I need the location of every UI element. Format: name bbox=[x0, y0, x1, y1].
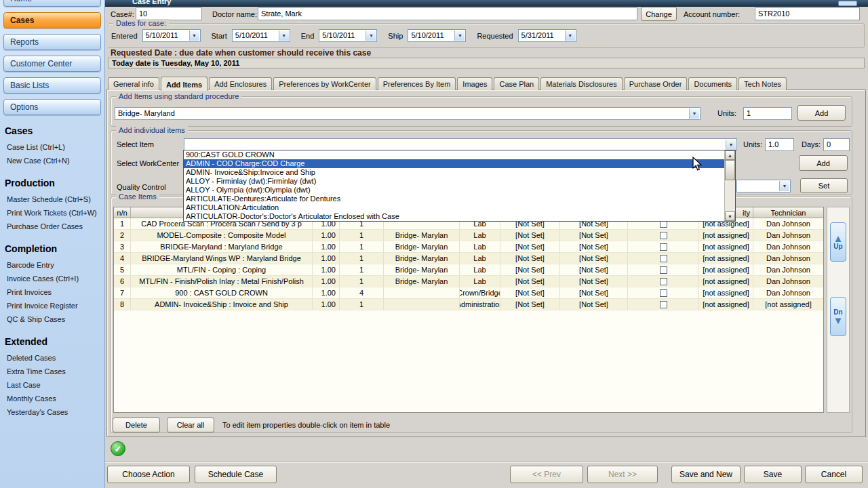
dropdown-option[interactable]: ALLOY - Olympia (dwt):Olympia (dwt) bbox=[184, 186, 724, 195]
row-checkbox[interactable] bbox=[660, 278, 667, 285]
chevron-down-icon[interactable]: ▼ bbox=[726, 140, 736, 150]
table-row[interactable]: 5 MTL/FIN - Coping : Coping 1.00 1 Bridg… bbox=[114, 264, 823, 276]
table-row[interactable]: 6 MTL/FIN - Finish/Polish Inlay : Metal … bbox=[114, 276, 823, 287]
tab[interactable]: Case Plan bbox=[494, 77, 539, 90]
sidebar-nav-button[interactable]: Home bbox=[3, 0, 101, 7]
table-row[interactable]: 2 MODEL-Composite : Composite Model 1.00… bbox=[114, 230, 823, 241]
doctor-name-input[interactable]: Strate, Mark bbox=[258, 7, 637, 20]
add-standard-button[interactable]: Add bbox=[797, 105, 846, 121]
sidebar-nav-button[interactable]: Options bbox=[3, 99, 101, 115]
save-button[interactable]: Save bbox=[744, 466, 802, 483]
dropdown-option[interactable]: ARTICULATION:Articulation bbox=[184, 203, 724, 212]
scrollbar-thumb[interactable] bbox=[725, 160, 735, 180]
sidebar-item[interactable]: Barcode Entry bbox=[0, 258, 104, 272]
move-up-button[interactable]: ▲ Up bbox=[830, 222, 846, 262]
units-input[interactable]: 1 bbox=[743, 107, 792, 120]
dropdown-option[interactable]: 900:CAST GOLD CROWN bbox=[184, 150, 724, 159]
sidebar-item[interactable]: Master Schedule (Ctrl+S) bbox=[0, 192, 104, 206]
sidebar-item[interactable]: Print Work Tickets (Ctrl+W) bbox=[0, 206, 104, 220]
chevron-down-icon[interactable]: ▼ bbox=[189, 30, 199, 41]
chevron-down-icon[interactable]: ▼ bbox=[454, 30, 465, 41]
sidebar-item[interactable]: Print Invoice Register bbox=[0, 299, 104, 312]
date-combo[interactable]: 5/31/2011 ▼ bbox=[518, 29, 576, 42]
table-row[interactable]: 3 BRIDGE-Maryland : Maryland Bridge 1.00… bbox=[114, 241, 823, 253]
row-checkbox[interactable] bbox=[660, 232, 667, 239]
sidebar-item[interactable]: Yesterday's Cases bbox=[0, 405, 104, 419]
dropdown-scrollbar[interactable]: ▲ ▼ bbox=[724, 150, 735, 221]
next-button[interactable]: Next >> bbox=[587, 466, 658, 483]
window-control[interactable] bbox=[838, 1, 857, 6]
table-row[interactable]: 8 ADMIN- Invoice&Ship : Invoice and Ship… bbox=[114, 299, 823, 310]
sidebar-item[interactable]: Deleted Cases bbox=[0, 351, 104, 365]
tab[interactable]: Purchase Order bbox=[624, 77, 688, 90]
quality-control-combo[interactable]: ▼ bbox=[736, 180, 791, 192]
standard-procedure-combo[interactable]: Bridge- Maryland ▼ bbox=[115, 107, 701, 120]
sidebar-item[interactable]: Case List (Ctrl+L) bbox=[0, 140, 104, 154]
chevron-down-icon[interactable]: ▼ bbox=[689, 108, 699, 119]
sidebar-item[interactable]: Last Case bbox=[0, 378, 104, 392]
sidebar-nav-button[interactable]: Cases bbox=[3, 12, 101, 28]
sidebar-nav-button[interactable]: Customer Center bbox=[3, 56, 101, 72]
sidebar-nav-button[interactable]: Basic Lists bbox=[3, 77, 101, 94]
sidebar-nav-button[interactable]: Reports bbox=[3, 34, 101, 50]
tab[interactable]: Add Enclosures bbox=[209, 77, 272, 90]
days-input[interactable]: 0 bbox=[823, 138, 850, 151]
tab[interactable]: Add Items bbox=[161, 77, 208, 91]
row-checkbox[interactable] bbox=[660, 255, 667, 262]
change-doctor-button[interactable]: Change bbox=[641, 7, 677, 21]
tab[interactable]: Materials Disclosures bbox=[540, 77, 623, 90]
tab[interactable]: Preferences by WorkCenter bbox=[273, 77, 376, 90]
choose-action-button[interactable]: Choose Action bbox=[107, 466, 190, 483]
chevron-down-icon[interactable]: ▼ bbox=[366, 30, 376, 41]
delete-button[interactable]: Delete bbox=[113, 418, 160, 432]
dropdown-option[interactable]: ALLOY - Firminlay (dwt):Firminlay (dwt) bbox=[184, 177, 724, 186]
cancel-button[interactable]: Cancel bbox=[805, 466, 863, 483]
sidebar-item[interactable]: Print Invoices bbox=[0, 285, 104, 299]
dropdown-option[interactable]: ADMIN - COD Charge:COD Charge bbox=[184, 159, 724, 168]
date-combo[interactable]: 5/10/2011 ▼ bbox=[232, 29, 290, 42]
item-units-input[interactable]: 1.0 bbox=[765, 138, 794, 151]
set-quality-button[interactable]: Set bbox=[800, 178, 848, 193]
dropdown-option[interactable]: ARTICULATE-Dentures:Articulate for Dentu… bbox=[184, 195, 724, 203]
tab[interactable]: General info bbox=[108, 77, 159, 90]
select-workcenter-label: Select WorkCenter bbox=[117, 159, 179, 167]
tab[interactable]: Images bbox=[457, 77, 492, 90]
chevron-down-icon[interactable]: ▼ bbox=[565, 30, 575, 41]
cell-item: MODEL-Composite : Composite Model bbox=[131, 230, 313, 241]
account-number-input[interactable]: STR2010 bbox=[755, 7, 860, 20]
sidebar-item[interactable]: Extra Time Cases bbox=[0, 365, 104, 378]
add-item-button[interactable]: Add bbox=[799, 155, 848, 171]
date-combo[interactable]: 5/10/2011 ▼ bbox=[408, 29, 466, 42]
dropdown-option[interactable]: ADMIN- Invoice&Ship:Invoice and Ship bbox=[184, 168, 724, 177]
date-combo[interactable]: 5/10/2011 ▼ bbox=[319, 29, 377, 42]
chevron-down-icon[interactable]: ▼ bbox=[279, 30, 289, 41]
tab[interactable]: Preferences By Item bbox=[378, 77, 456, 90]
clear-all-button[interactable]: Clear all bbox=[167, 418, 214, 432]
scroll-up-icon[interactable]: ▲ bbox=[725, 150, 735, 160]
table-row[interactable]: 7 900 : CAST GOLD CROWN 1.00 4 Crown/Bri… bbox=[114, 287, 823, 299]
sidebar-item[interactable]: Monthly Cases bbox=[0, 392, 104, 405]
date-combo[interactable]: 5/10/2011 ▼ bbox=[142, 29, 201, 42]
tab[interactable]: Documents bbox=[688, 77, 737, 90]
row-checkbox[interactable] bbox=[660, 266, 667, 274]
tab[interactable]: Tech Notes bbox=[738, 77, 787, 90]
cell-checkbox bbox=[628, 264, 699, 275]
schedule-case-button[interactable]: Schedule Case bbox=[195, 466, 277, 483]
cell-qty: 1 bbox=[340, 276, 384, 287]
sidebar-item[interactable]: Invoice Cases (Ctrl+I) bbox=[0, 272, 104, 285]
row-checkbox[interactable] bbox=[660, 289, 667, 297]
table-row[interactable]: 4 BRIDGE-Maryland Wings WP : Maryland Br… bbox=[114, 253, 823, 264]
sidebar-item[interactable]: QC & Ship Cases bbox=[0, 312, 104, 326]
sidebar-item[interactable]: Purchase Order Cases bbox=[0, 220, 104, 233]
cell-item: BRIDGE-Maryland : Maryland Bridge bbox=[131, 241, 313, 252]
move-down-button[interactable]: Dn ▼ bbox=[830, 297, 846, 336]
sidebar-item[interactable]: New Case (Ctrl+N) bbox=[0, 154, 104, 167]
prev-button[interactable]: << Prev bbox=[510, 466, 583, 483]
save-and-new-button[interactable]: Save and New bbox=[671, 466, 741, 483]
scroll-down-icon[interactable]: ▼ bbox=[725, 211, 735, 221]
cell-item: BRIDGE-Maryland Wings WP : Maryland Brid… bbox=[131, 253, 313, 264]
row-checkbox[interactable] bbox=[660, 301, 667, 308]
row-checkbox[interactable] bbox=[660, 243, 667, 251]
dropdown-option[interactable]: ARTICULATOR-Doctor's:Doctor's Articulato… bbox=[184, 212, 724, 221]
chevron-down-icon[interactable]: ▼ bbox=[779, 181, 789, 191]
